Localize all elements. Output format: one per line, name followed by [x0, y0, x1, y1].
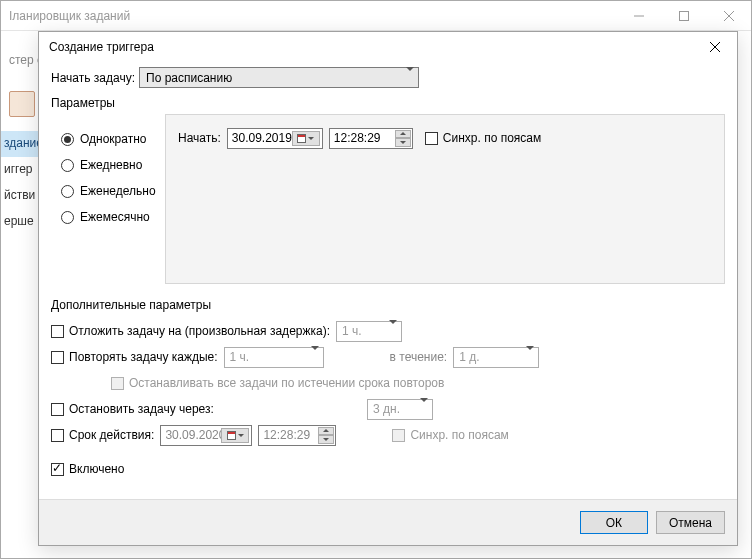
maximize-button[interactable]: [661, 1, 706, 30]
dialog-footer: ОК Отмена: [39, 499, 737, 545]
ok-button[interactable]: ОК: [580, 511, 648, 534]
sync-tz-checkbox-row[interactable]: Синхр. по поясам: [425, 125, 541, 151]
radio-icon: [61, 211, 74, 224]
stop-after-checkbox[interactable]: Остановить задачу через:: [51, 396, 361, 422]
parent-titlebar: Іланировщик заданий: [1, 1, 751, 31]
repeat-interval-combo: 1 ч.: [224, 347, 324, 368]
delay-row: Отложить задачу на (произвольная задержк…: [51, 318, 725, 344]
begin-task-label: Начать задачу:: [51, 71, 139, 85]
begin-task-row: Начать задачу: По расписанию: [51, 67, 725, 88]
spin-up-button[interactable]: [395, 130, 411, 139]
sidebar-item-finish[interactable]: ерше: [1, 209, 39, 235]
stop-after-row: Остановить задачу через: 3 дн.: [51, 396, 725, 422]
wizard-sidebar: здание иггер йстви ерше: [1, 131, 39, 235]
dialog-close-button[interactable]: [692, 33, 737, 62]
dialog-body: Начать задачу: По расписанию Параметры О…: [51, 67, 725, 495]
checkbox-icon: [51, 403, 64, 416]
checkbox-icon: [111, 377, 124, 390]
radio-monthly[interactable]: Ежемесячно: [61, 204, 165, 230]
close-button[interactable]: [706, 1, 751, 30]
start-label: Начать:: [178, 131, 221, 145]
checkbox-icon: [51, 463, 64, 476]
calendar-icon: [297, 134, 306, 143]
radio-icon: [61, 159, 74, 172]
radio-icon: [61, 185, 74, 198]
calendar-icon: [227, 431, 236, 440]
enabled-row: Включено: [51, 456, 725, 482]
duration-label: в течение:: [390, 350, 448, 364]
repeat-row: Повторять задачу каждые: 1 ч. в течение:…: [51, 344, 725, 370]
trigger-type-combo[interactable]: По расписанию: [139, 67, 419, 88]
expire-row: Срок действия: 30.09.2020 12:28:29 Синхр…: [51, 422, 725, 448]
expire-time-input: 12:28:29: [258, 425, 336, 446]
minimize-button[interactable]: [616, 1, 661, 30]
radio-icon: [61, 133, 74, 146]
spin-down-button: [318, 435, 334, 444]
checkbox-icon: [51, 429, 64, 442]
chevron-down-icon: [238, 434, 244, 437]
trigger-type-value: По расписанию: [146, 71, 232, 85]
advanced-label: Дополнительные параметры: [51, 298, 725, 312]
parent-title: Іланировщик заданий: [9, 9, 616, 23]
spin-down-button[interactable]: [395, 138, 411, 147]
time-spinner: [395, 130, 411, 147]
repeat-checkbox[interactable]: Повторять задачу каждые:: [51, 344, 218, 370]
start-date-input[interactable]: 30.09.2019: [227, 128, 323, 149]
time-spinner: [318, 427, 334, 444]
checkbox-icon: [51, 325, 64, 338]
stop-all-checkbox: Останавливать все задачи по истечении ср…: [111, 370, 444, 396]
enabled-checkbox[interactable]: Включено: [51, 456, 124, 482]
spin-up-button: [318, 427, 334, 436]
expire-date-input: 30.09.2020: [160, 425, 252, 446]
create-trigger-dialog: Создание триггера Начать задачу: По расп…: [38, 31, 738, 546]
parameters-row: Однократно Ежедневно Еженедельно Ежемеся…: [51, 114, 725, 284]
sidebar-item-create[interactable]: здание: [1, 131, 39, 157]
chevron-down-icon: [420, 402, 428, 416]
parameters-panel: Начать: 30.09.2019 12:28:29: [165, 114, 725, 284]
calendar-dropdown-button: [221, 428, 249, 443]
dialog-title: Создание триггера: [49, 40, 692, 54]
expire-checkbox[interactable]: Срок действия:: [51, 422, 154, 448]
chevron-down-icon: [308, 137, 314, 140]
dialog-titlebar: Создание триггера: [39, 32, 737, 62]
start-time-input[interactable]: 12:28:29: [329, 128, 413, 149]
sidebar-item-action[interactable]: йстви: [1, 183, 39, 209]
checkbox-icon: [425, 132, 438, 145]
delay-checkbox[interactable]: Отложить задачу на (произвольная задержк…: [51, 318, 330, 344]
sidebar-item-trigger[interactable]: иггер: [1, 157, 39, 183]
chevron-down-icon: [389, 324, 397, 338]
svg-rect-1: [679, 11, 688, 20]
radio-daily[interactable]: Ежедневно: [61, 152, 165, 178]
wizard-clock-icon: [9, 91, 35, 117]
radio-once[interactable]: Однократно: [61, 126, 165, 152]
stop-after-combo: 3 дн.: [367, 399, 433, 420]
schedule-radio-group: Однократно Ежедневно Еженедельно Ежемеся…: [51, 114, 165, 284]
expire-sync-checkbox: Синхр. по поясам: [392, 422, 508, 448]
repeat-duration-combo: 1 д.: [453, 347, 539, 368]
calendar-dropdown-button[interactable]: [292, 131, 320, 146]
chevron-down-icon: [311, 350, 319, 364]
cancel-button[interactable]: Отмена: [656, 511, 725, 534]
window-controls: [616, 1, 751, 30]
parameters-label: Параметры: [51, 96, 725, 110]
chevron-down-icon: [526, 350, 534, 364]
start-datetime-row: Начать: 30.09.2019 12:28:29: [178, 125, 712, 151]
checkbox-icon: [51, 351, 64, 364]
chevron-down-icon: [406, 71, 414, 85]
delay-combo: 1 ч.: [336, 321, 402, 342]
checkbox-icon: [392, 429, 405, 442]
stop-all-row: Останавливать все задачи по истечении ср…: [111, 370, 725, 396]
radio-weekly[interactable]: Еженедельно: [61, 178, 165, 204]
